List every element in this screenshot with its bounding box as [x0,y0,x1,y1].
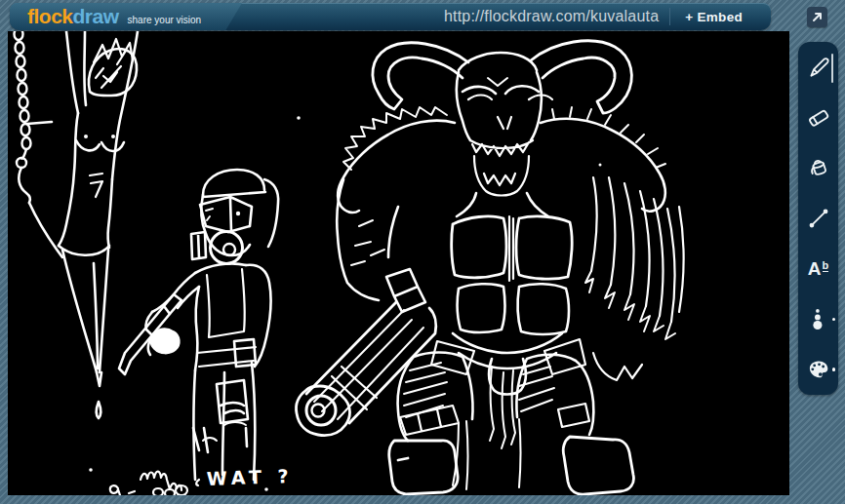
drawing-canvas[interactable]: WAT ? [8,31,789,495]
fill-bucket-icon [806,155,831,180]
tool-palette[interactable] [798,344,838,395]
expand-button[interactable] [807,7,827,27]
tool-brush-size[interactable] [798,294,838,345]
palette-icon [806,357,831,382]
size-submenu-dot [832,318,836,322]
palette-submenu-dot [832,368,836,371]
brush-icon [806,55,831,80]
tagline: share your vision [128,15,202,25]
room-url: http://flockdraw.com/kuvalauta [444,8,659,25]
logo[interactable]: flockdraw share your vision [10,5,201,28]
eraser-icon [806,105,831,131]
line-icon [806,206,831,231]
tool-text[interactable]: Ab [798,244,838,294]
url-divider [669,8,670,25]
sketch-layer [15,31,684,495]
tool-line[interactable] [798,193,838,244]
top-banner: flockdraw share your vision http://flock… [10,3,771,30]
expand-arrow-icon [810,10,825,24]
tool-fill[interactable] [798,142,838,193]
logo-secondary: draw [73,5,119,28]
tool-brush[interactable] [798,42,838,93]
brush-size-indicator[interactable] [831,54,834,83]
logo-primary: flock [27,5,73,28]
wat-text: WAT ? [206,465,294,489]
brush-size-icon [806,306,831,331]
embed-button[interactable]: + Embed [681,8,746,26]
tool-eraser[interactable] [798,93,838,143]
text-tool-icon: Ab [808,259,828,278]
tool-sidebar: Ab [798,42,838,395]
